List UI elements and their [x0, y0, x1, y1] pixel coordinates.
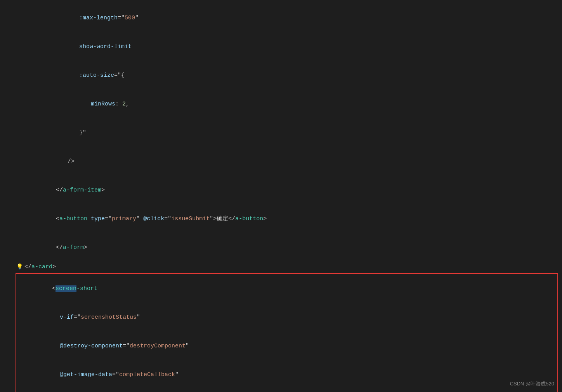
- highlight-line-5: ></screen-short>: [16, 389, 557, 392]
- code-line-form-close: </a-form>: [0, 233, 562, 262]
- highlight-line-1: <screen-short: [16, 275, 557, 303]
- code-line-brace-close: }": [0, 119, 562, 147]
- bulb-icon: 💡: [16, 262, 23, 271]
- code-line-minrows: minRows: 2,: [0, 90, 562, 119]
- highlight-line-4: @get-image-data="completeCallback": [16, 361, 557, 389]
- code-line-autosize: :auto-size="{: [0, 61, 562, 90]
- highlight-line-2: v-if="screenshotStatus": [16, 303, 557, 332]
- code-line-maxlength: :max-length="500": [0, 4, 562, 33]
- highlighted-code-block: <screen-short v-if="screenshotStatus" @d…: [16, 273, 558, 392]
- code-line-self-close: />: [0, 147, 562, 176]
- code-line-acard-close: 💡 </a-card>: [0, 262, 562, 272]
- code-line-form-item-close: </a-form-item>: [0, 176, 562, 205]
- highlight-line-3: @destroy-component="destroyComponent": [16, 332, 557, 361]
- code-line-showwordlimit: show-word-limit: [0, 33, 562, 61]
- watermark: CSDN @叶浩成520: [510, 380, 554, 388]
- code-editor: :max-length="500" show-word-limit :auto-…: [0, 0, 562, 392]
- code-line-button: <a-button type="primary" @click="issueSu…: [0, 205, 562, 233]
